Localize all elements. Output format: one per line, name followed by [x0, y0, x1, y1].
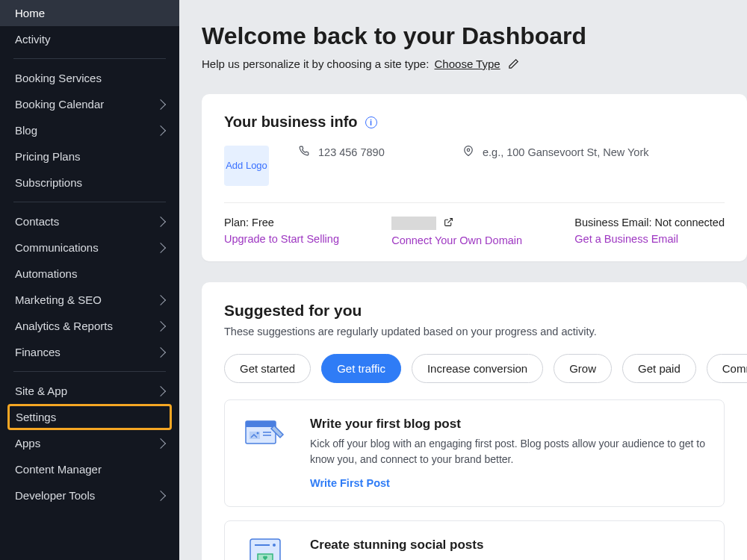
- page-title: Welcome back to your Dashboard: [202, 22, 747, 50]
- blog-post-icon: [243, 417, 288, 451]
- sidebar-item-subscriptions[interactable]: Subscriptions: [0, 169, 179, 196]
- page-subtitle: Help us personalize it by choosing a sit…: [202, 57, 747, 72]
- sidebar-item-label: Site & App: [15, 385, 67, 397]
- sidebar-item-apps[interactable]: Apps: [0, 430, 179, 456]
- card-title-text: Your business info: [224, 113, 358, 131]
- sidebar-item-label: Home: [15, 7, 45, 19]
- address-field[interactable]: e.g., 100 Gansevoort St, New York: [463, 146, 648, 158]
- chevron-right-icon: [155, 242, 166, 252]
- chevron-right-icon: [155, 438, 166, 448]
- email-label: Business Email: Not connected: [574, 217, 725, 228]
- sidebar-divider: [13, 371, 166, 372]
- tab-grow[interactable]: Grow: [554, 354, 612, 383]
- tab-get-traffic[interactable]: Get traffic: [321, 354, 401, 383]
- tab-get-started[interactable]: Get started: [224, 354, 311, 383]
- sidebar-divider: [13, 202, 166, 202]
- suggestion-blog-post: Write your first blog post Kick off your…: [224, 399, 725, 507]
- sidebar-item-label: Marketing & SEO: [15, 293, 102, 306]
- chevron-right-icon: [155, 125, 166, 135]
- upgrade-link[interactable]: Upgrade to Start Selling: [224, 233, 339, 245]
- sidebar-item-home[interactable]: Home: [0, 0, 179, 26]
- tab-get-paid[interactable]: Get paid: [622, 354, 696, 383]
- domain-placeholder: [391, 217, 436, 230]
- sidebar-item-label: Blog: [15, 124, 37, 137]
- sidebar-item-label: Contacts: [15, 215, 59, 228]
- main-content: Welcome back to your Dashboard Help us p…: [179, 0, 747, 560]
- pencil-icon[interactable]: [508, 58, 519, 72]
- suggestion-title: Write your first blog post: [310, 417, 706, 432]
- sidebar-item-label: Subscriptions: [15, 176, 82, 189]
- chevron-right-icon: [155, 490, 166, 500]
- location-icon: [463, 146, 475, 158]
- sidebar-item-blog[interactable]: Blog: [0, 117, 179, 143]
- sidebar-item-activity[interactable]: Activity: [0, 26, 179, 52]
- sidebar-item-automations[interactable]: Automations: [0, 261, 179, 287]
- chevron-right-icon: [155, 99, 166, 109]
- phone-field[interactable]: 123 456 7890: [299, 146, 433, 158]
- svg-point-0: [467, 149, 470, 152]
- sidebar-item-label: Developer Tools: [15, 489, 95, 502]
- card-title: Your business info i: [224, 113, 725, 131]
- sidebar-item-label: Settings: [16, 411, 56, 423]
- suggested-card: Suggested for you These suggestions are …: [202, 282, 747, 560]
- chevron-right-icon: [155, 385, 166, 396]
- sidebar-item-content-manager[interactable]: Content Manager: [0, 456, 179, 482]
- sidebar-divider: [13, 58, 166, 59]
- suggestion-desc: Get up to 2.3 times more visitors to you…: [310, 557, 706, 560]
- phone-value: 123 456 7890: [318, 146, 385, 158]
- sidebar-item-label: Apps: [15, 437, 40, 449]
- business-info-card: Your business info i Add Logo 123 456 78…: [202, 94, 747, 261]
- sidebar-item-contacts[interactable]: Contacts: [0, 208, 179, 234]
- suggestion-social-posts: Create stunning social posts Get up to 2…: [224, 520, 725, 560]
- tab-increase-conversion[interactable]: Increase conversion: [412, 354, 543, 383]
- subtitle-prefix: Help us personalize it by choosing a sit…: [202, 57, 433, 70]
- sidebar-item-label: Booking Services: [15, 72, 102, 84]
- sidebar-item-label: Communications: [15, 241, 99, 254]
- phone-icon: [299, 146, 311, 158]
- sidebar-item-label: Content Manager: [15, 463, 102, 476]
- sidebar-item-marketing-seo[interactable]: Marketing & SEO: [0, 287, 179, 313]
- sidebar-item-communications[interactable]: Communications: [0, 234, 179, 261]
- sidebar-item-label: Booking Calendar: [15, 98, 104, 111]
- svg-point-9: [273, 544, 276, 547]
- tab-community[interactable]: Community: [707, 354, 747, 383]
- svg-rect-2: [246, 421, 276, 427]
- chevron-right-icon: [155, 346, 166, 357]
- sidebar-item-label: Pricing Plans: [15, 150, 81, 163]
- sidebar-item-site-app[interactable]: Site & App: [0, 378, 179, 404]
- chevron-right-icon: [155, 320, 166, 331]
- sidebar: Home Activity Booking Services Booking C…: [0, 0, 179, 560]
- sidebar-item-developer-tools[interactable]: Developer Tools: [0, 482, 179, 508]
- chevron-right-icon: [155, 216, 166, 226]
- domain-label: [391, 217, 522, 230]
- sidebar-item-label: Analytics & Reports: [15, 320, 113, 332]
- plan-label: Plan: Free: [224, 217, 339, 228]
- sidebar-item-pricing-plans[interactable]: Pricing Plans: [0, 143, 179, 169]
- sidebar-item-label: Activity: [15, 33, 51, 46]
- write-first-post-link[interactable]: Write First Post: [310, 477, 390, 489]
- suggested-title: Suggested for you: [224, 302, 725, 320]
- business-email-link[interactable]: Get a Business Email: [574, 233, 725, 245]
- sidebar-item-booking-calendar[interactable]: Booking Calendar: [0, 91, 179, 117]
- suggestion-desc: Kick off your blog with an engaging firs…: [310, 436, 706, 467]
- sidebar-item-label: Automations: [15, 267, 77, 280]
- tabs-row: Get started Get traffic Increase convers…: [224, 354, 725, 383]
- suggestion-title: Create stunning social posts: [310, 538, 706, 553]
- social-post-icon: [243, 538, 288, 560]
- info-icon[interactable]: i: [365, 116, 377, 128]
- sidebar-item-settings[interactable]: Settings: [7, 404, 172, 430]
- address-value: e.g., 100 Gansevoort St, New York: [483, 146, 648, 158]
- sidebar-item-booking-services[interactable]: Booking Services: [0, 65, 179, 91]
- add-logo-button[interactable]: Add Logo: [224, 146, 269, 186]
- external-link-icon[interactable]: [444, 217, 453, 229]
- suggested-subtitle: These suggestions are regularly updated …: [224, 326, 725, 337]
- sidebar-item-analytics-reports[interactable]: Analytics & Reports: [0, 313, 179, 339]
- sidebar-item-finances[interactable]: Finances: [0, 339, 179, 365]
- chevron-right-icon: [155, 294, 166, 305]
- svg-point-4: [257, 432, 259, 435]
- choose-type-link[interactable]: Choose Type: [435, 57, 500, 70]
- connect-domain-link[interactable]: Connect Your Own Domain: [391, 234, 522, 246]
- sidebar-item-label: Finances: [15, 346, 61, 358]
